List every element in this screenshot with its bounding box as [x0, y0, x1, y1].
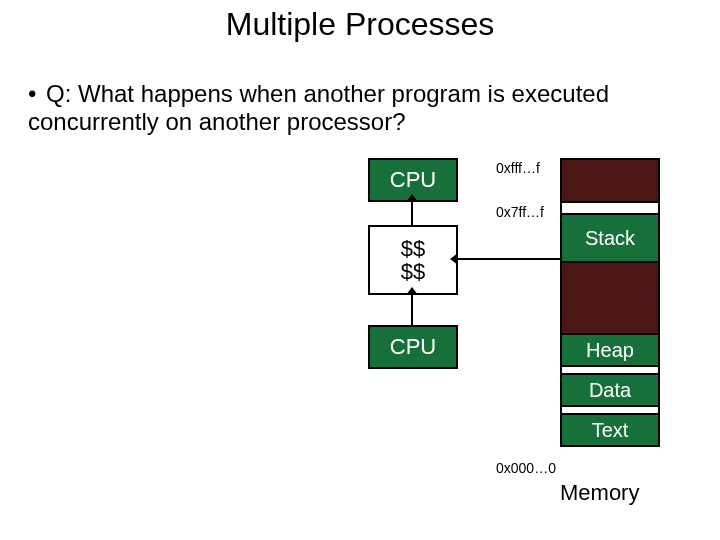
memory-blank-gap: [560, 203, 660, 213]
arrow-cache-to-memory: [458, 258, 560, 260]
address-top: 0xfff…f: [496, 160, 540, 176]
memory-heap: Heap: [560, 333, 660, 367]
memory-label: Memory: [560, 480, 680, 506]
arrow-cache-to-cpu2: [411, 295, 413, 325]
memory-text: Text: [560, 413, 660, 447]
slide-title: Multiple Processes: [0, 6, 720, 43]
memory-stack: Stack: [560, 213, 660, 263]
bullet-dot: •: [28, 80, 46, 108]
bullet-question: •Q: What happens when another program is…: [28, 80, 688, 136]
bullet-text: Q: What happens when another program is …: [28, 80, 609, 135]
memory-data: Data: [560, 373, 660, 407]
cache-line-1: $$: [401, 237, 425, 260]
memory-column: Stack Heap Data Text: [560, 158, 660, 447]
memory-kernel-region: [560, 158, 660, 203]
address-bottom: 0x000…0: [496, 460, 556, 476]
arrow-cpu1-to-cache: [411, 202, 413, 226]
cache-box: $$ $$: [368, 225, 458, 295]
address-user-top: 0x7ff…f: [496, 204, 544, 220]
cache-line-2: $$: [401, 260, 425, 283]
cpu-box-bottom: CPU: [368, 325, 458, 369]
memory-free-region: [560, 263, 660, 333]
